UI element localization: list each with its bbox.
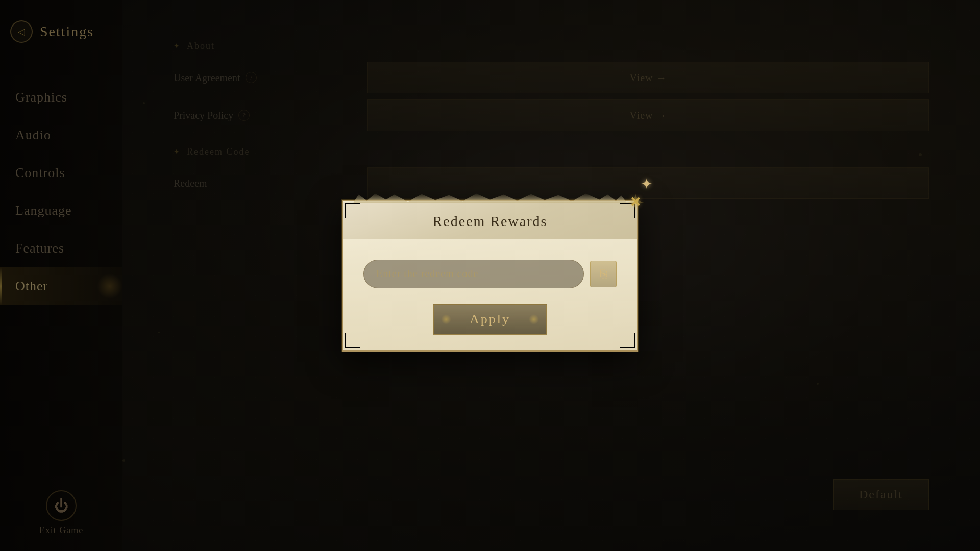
modal-title: Redeem Rewards [358,213,622,230]
apply-button[interactable]: Apply [433,304,547,335]
redeem-modal: ✦ ✕ Redeem Rewards ⎘ Apply [342,200,638,352]
modal-corner-br [620,333,635,348]
redeem-input-row: ⎘ [363,260,617,288]
redeem-code-input[interactable] [363,260,584,288]
close-icon: ✕ [630,194,641,210]
modal-body: ⎘ Apply [343,239,637,350]
paste-button[interactable]: ⎘ [590,261,617,287]
modal-close-button[interactable]: ✦ ✕ [624,191,647,214]
modal-corner-bl [345,333,360,348]
sparkle-icon: ✦ [641,176,652,192]
paste-icon: ⎘ [600,267,607,281]
modal-overlay: ✦ ✕ Redeem Rewards ⎘ Apply [0,0,980,551]
apply-button-label: Apply [470,312,510,327]
modal-header: Redeem Rewards [343,201,637,239]
